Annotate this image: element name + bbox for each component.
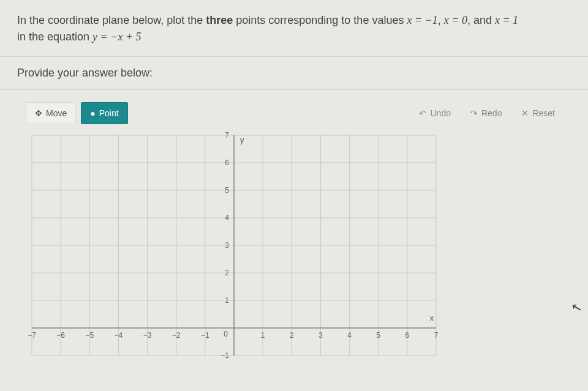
svg-text:4: 4 (347, 331, 352, 340)
answer-prompt: Provide your answer below: (0, 57, 588, 90)
svg-text:5: 5 (376, 331, 380, 340)
q-eq: x = 1 (495, 14, 518, 26)
svg-text:7: 7 (225, 131, 229, 140)
undo-button[interactable]: ↶ Undo (412, 103, 458, 124)
q-text: , and (467, 14, 495, 26)
move-icon: ✥ (35, 108, 42, 118)
svg-text:−1: −1 (201, 331, 209, 340)
point-button[interactable]: ● Point (81, 102, 127, 124)
point-label: Point (99, 108, 119, 118)
q-text: , (438, 14, 444, 26)
svg-text:2: 2 (225, 269, 229, 277)
svg-text:−2: −2 (172, 331, 181, 340)
undo-icon: ↶ (419, 108, 426, 118)
svg-text:4: 4 (225, 214, 229, 222)
svg-text:−5: −5 (85, 331, 94, 340)
redo-icon: ↷ (470, 108, 478, 118)
redo-label: Redo (481, 108, 502, 118)
svg-text:1: 1 (261, 331, 265, 340)
q-eq: x = −1 (407, 14, 437, 26)
svg-text:2: 2 (290, 331, 294, 340)
svg-text:1: 1 (225, 296, 229, 305)
svg-text:7: 7 (434, 331, 439, 340)
undo-label: Undo (430, 108, 450, 118)
y-axis-label: y (240, 135, 244, 144)
redo-button[interactable]: ↷ Redo (463, 103, 509, 124)
svg-text:−1: −1 (221, 351, 229, 360)
q-eq: x = 0 (444, 14, 467, 26)
move-label: Move (46, 108, 67, 118)
question-text: In the coordinate plane below, plot the … (0, 0, 588, 57)
q-text: in the equation (17, 31, 92, 43)
reset-button[interactable]: ✕ Reset (514, 103, 562, 124)
q-bold: three (206, 14, 233, 26)
coordinate-plane[interactable]: −7−6−5−4−3−2−101234567−11234567 y x (26, 129, 442, 362)
svg-text:−6: −6 (56, 331, 65, 340)
svg-text:3: 3 (318, 331, 323, 340)
workspace: ✥ Move ● Point ↶ Undo ↷ Redo ✕ Reset −7−… (0, 90, 588, 362)
svg-text:6: 6 (225, 158, 229, 167)
move-button[interactable]: ✥ Move (26, 102, 76, 124)
toolbar: ✥ Move ● Point ↶ Undo ↷ Redo ✕ Reset (26, 102, 562, 124)
svg-text:3: 3 (225, 241, 229, 250)
svg-text:5: 5 (225, 186, 229, 195)
svg-text:0: 0 (224, 330, 228, 338)
reset-label: Reset (532, 108, 555, 118)
q-eq: y = −x + 5 (92, 31, 141, 43)
svg-text:6: 6 (405, 331, 410, 340)
svg-text:−3: −3 (143, 331, 152, 340)
svg-text:−4: −4 (115, 331, 123, 340)
svg-text:−7: −7 (28, 331, 36, 340)
reset-icon: ✕ (521, 108, 529, 118)
graph-svg[interactable]: −7−6−5−4−3−2−101234567−11234567 y x (26, 129, 442, 362)
q-text: In the coordinate plane below, plot the (17, 14, 206, 26)
q-text: points corresponding to the values (233, 14, 407, 26)
x-axis-label: x (430, 313, 434, 322)
point-icon: ● (90, 108, 95, 118)
